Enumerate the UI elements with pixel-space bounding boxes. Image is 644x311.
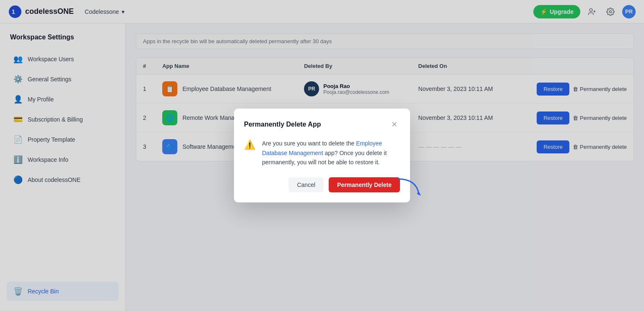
modal-text-before: Are you sure you want to delete the — [262, 140, 354, 147]
warning-icon: ⚠️ — [244, 140, 255, 150]
modal-header: Permanently Delete App ✕ — [244, 119, 400, 130]
modal-title: Permanently Delete App — [244, 121, 321, 128]
permanently-delete-confirm-button[interactable]: Permanently Delete — [329, 177, 400, 192]
modal-message: Are you sure you want to delete the Empl… — [262, 139, 400, 167]
modal-close-button[interactable]: ✕ — [388, 119, 400, 130]
modal-body: ⚠️ Are you sure you want to delete the E… — [244, 139, 400, 167]
permanently-delete-modal: Permanently Delete App ✕ ⚠️ Are you sure… — [234, 109, 410, 202]
modal-footer: Cancel Permanently Delete — [244, 177, 400, 192]
cancel-button[interactable]: Cancel — [288, 177, 324, 192]
arrow-indicator — [396, 177, 423, 200]
modal-overlay[interactable]: Permanently Delete App ✕ ⚠️ Are you sure… — [0, 0, 644, 311]
